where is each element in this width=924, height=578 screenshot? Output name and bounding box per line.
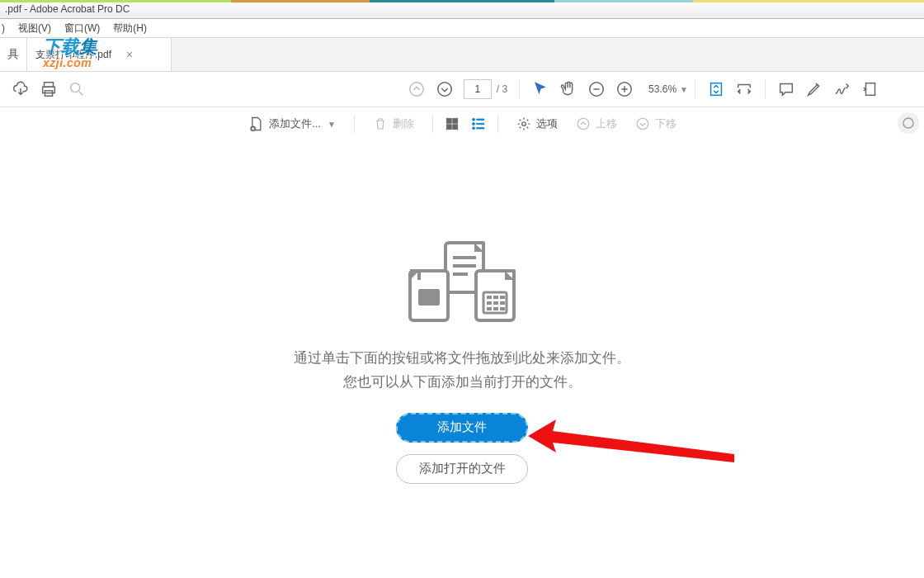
comment-icon[interactable] <box>772 75 800 103</box>
main-toolbar: / 3 53.6% ▼ <box>0 72 924 107</box>
page-total: / 3 <box>497 83 507 95</box>
svg-rect-14 <box>453 125 458 130</box>
svg-point-19 <box>472 127 474 130</box>
svg-rect-18 <box>477 123 484 125</box>
svg-rect-39 <box>487 307 492 310</box>
svg-rect-12 <box>453 118 458 123</box>
files-illustration-icon <box>294 238 630 329</box>
combine-toolbar: 添加文件... ▼ 删除 选项 上移 下移 <box>0 107 924 141</box>
page-down-icon[interactable] <box>431 75 459 103</box>
drop-area[interactable]: 通过单击下面的按钮或将文件拖放到此处来添加文件。 您也可以从下面添加当前打开的文… <box>0 139 924 578</box>
more-tools-icon[interactable] <box>856 75 884 103</box>
zoom-select[interactable]: 53.6% ▼ <box>642 83 688 95</box>
save-cloud-icon[interactable] <box>7 75 35 103</box>
fit-width-icon[interactable] <box>730 75 758 103</box>
svg-rect-41 <box>500 307 505 310</box>
page-current-input[interactable] <box>464 79 492 99</box>
list-view-icon[interactable] <box>469 115 488 133</box>
svg-point-23 <box>637 118 648 130</box>
add-files-primary-button[interactable]: 添加文件 <box>396 413 528 443</box>
menu-item-view[interactable]: 视图(V) <box>12 21 58 36</box>
title-bar: .pdf - Adobe Acrobat Pro DC <box>0 0 924 19</box>
svg-rect-35 <box>500 296 505 299</box>
zoom-out-icon[interactable] <box>582 75 610 103</box>
svg-point-3 <box>71 83 80 92</box>
svg-rect-16 <box>477 119 484 121</box>
highlight-icon[interactable] <box>800 75 828 103</box>
print-icon[interactable] <box>35 75 63 103</box>
add-open-files-button[interactable]: 添加打开的文件 <box>396 454 528 484</box>
chevron-down-icon: ▼ <box>328 120 336 129</box>
zoom-in-icon[interactable] <box>610 75 639 103</box>
page-indicator: / 3 <box>464 79 507 99</box>
tab-filename: 支票打印程序.pdf <box>35 48 111 62</box>
close-icon[interactable]: × <box>126 48 133 61</box>
move-down-button: 下移 <box>627 113 685 135</box>
svg-rect-20 <box>477 128 484 130</box>
menu-item-window[interactable]: 窗口(W) <box>58 21 106 36</box>
svg-rect-40 <box>493 307 498 310</box>
fit-page-icon[interactable] <box>702 75 730 103</box>
options-button[interactable]: 选项 <box>508 113 566 135</box>
tab-document[interactable]: 支票打印程序.pdf × <box>27 38 172 71</box>
svg-rect-33 <box>487 296 492 299</box>
empty-state: 通过单击下面的按钮或将文件拖放到此处来添加文件。 您也可以从下面添加当前打开的文… <box>294 238 630 484</box>
svg-rect-37 <box>493 301 498 305</box>
search-icon[interactable] <box>63 75 91 103</box>
svg-rect-30 <box>418 289 440 306</box>
empty-text-1: 通过单击下面的按钮或将文件拖放到此处来添加文件。 <box>294 347 630 371</box>
tab-tools[interactable]: 具 <box>0 38 27 71</box>
svg-rect-0 <box>45 83 54 88</box>
delete-button: 删除 <box>365 113 422 135</box>
svg-point-5 <box>438 83 452 97</box>
svg-point-17 <box>472 123 474 126</box>
svg-point-4 <box>410 83 424 97</box>
svg-rect-36 <box>487 301 492 305</box>
add-files-button[interactable]: 添加文件... ▼ <box>239 112 344 135</box>
svg-point-22 <box>578 118 589 130</box>
signature-icon[interactable] <box>828 75 856 103</box>
view-toggle <box>443 115 488 133</box>
window-title: .pdf - Adobe Acrobat Pro DC <box>5 3 130 15</box>
svg-rect-9 <box>866 83 875 96</box>
chevron-down-icon: ▼ <box>680 85 688 94</box>
hand-tool-icon[interactable] <box>554 75 582 103</box>
grid-view-icon[interactable] <box>443 115 461 133</box>
svg-point-24 <box>903 118 913 128</box>
menu-item-truncated[interactable]: ) <box>0 22 12 34</box>
svg-rect-38 <box>500 301 505 305</box>
menu-bar: ) 视图(V) 窗口(W) 帮助(H) <box>0 19 924 38</box>
menu-item-help[interactable]: 帮助(H) <box>106 21 153 36</box>
empty-text-2: 您也可以从下面添加当前打开的文件。 <box>294 371 630 395</box>
svg-rect-13 <box>446 125 451 130</box>
svg-rect-34 <box>493 296 498 299</box>
svg-point-21 <box>522 122 526 126</box>
svg-rect-11 <box>446 118 451 123</box>
page-up-icon[interactable] <box>403 75 431 103</box>
svg-point-15 <box>472 118 474 121</box>
panel-collapse-button[interactable] <box>898 112 919 134</box>
move-up-button: 上移 <box>568 113 625 135</box>
tab-bar: 具 支票打印程序.pdf × <box>0 38 924 72</box>
select-tool-icon[interactable] <box>526 75 554 103</box>
